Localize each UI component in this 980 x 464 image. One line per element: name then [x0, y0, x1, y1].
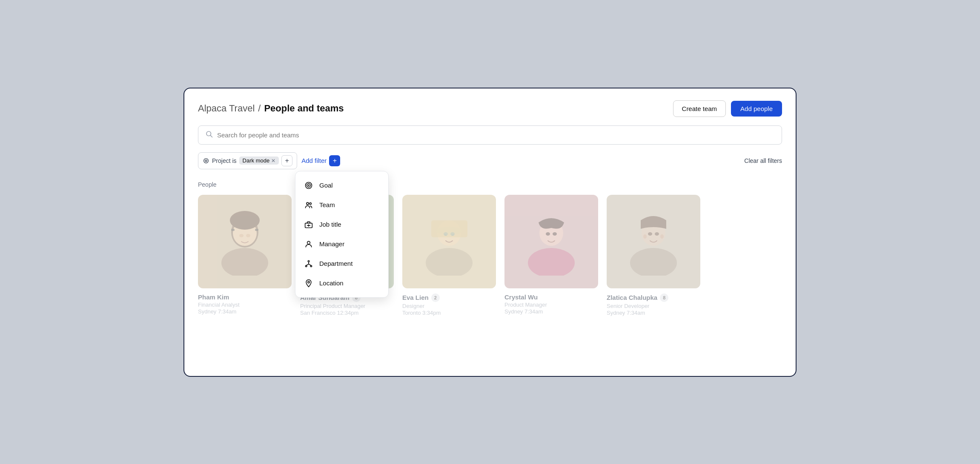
- svg-point-6: [308, 185, 309, 186]
- breadcrumb-parent: Alpaca Travel: [198, 103, 255, 114]
- breadcrumb: Alpaca Travel / People and teams: [198, 103, 344, 114]
- avatar-5: [607, 195, 700, 288]
- filter-bar: Project is Dark mode ✕ + Add filter + Cl…: [198, 152, 782, 169]
- person-badge-3: 2: [431, 293, 440, 302]
- person-role-3: Designer: [402, 303, 424, 309]
- page-title: People and teams: [264, 103, 344, 114]
- filter-dropdown: Goal Team: [295, 171, 389, 298]
- svg-point-42: [553, 232, 557, 236]
- filter-icon: [203, 157, 209, 164]
- person-name-5: Zlatica Chalupka 8: [607, 293, 668, 302]
- dropdown-item-department[interactable]: Department: [295, 254, 388, 273]
- dropdown-item-team[interactable]: Team: [295, 195, 388, 215]
- svg-point-3: [205, 160, 207, 162]
- dropdown-item-goal[interactable]: Goal: [295, 176, 388, 195]
- svg-point-47: [660, 234, 664, 239]
- add-filter-button[interactable]: Add filter +: [301, 155, 340, 166]
- svg-point-45: [648, 232, 652, 236]
- avatar-1: [198, 195, 292, 288]
- add-filter-plus-icon: +: [329, 155, 340, 166]
- location-icon: [304, 279, 313, 288]
- filter-remove-button[interactable]: ✕: [271, 158, 275, 164]
- person-role-2: Principal Product Manager: [300, 303, 365, 309]
- svg-point-8: [309, 202, 311, 204]
- person-badge-5: 8: [660, 293, 668, 302]
- svg-point-19: [308, 281, 309, 283]
- svg-line-1: [210, 135, 212, 137]
- person-name-4: Crystal Wu: [504, 293, 538, 301]
- department-icon: [304, 259, 313, 268]
- svg-rect-24: [255, 229, 258, 231]
- filter-tag-project: Project is Dark mode ✕ +: [198, 152, 297, 169]
- section-label: People: [198, 181, 782, 188]
- dropdown-item-manager[interactable]: Manager: [295, 234, 388, 254]
- add-people-button[interactable]: Add people: [731, 101, 782, 117]
- filter-tag-add-button[interactable]: +: [281, 155, 292, 166]
- filter-project-value: Dark mode ✕: [239, 157, 279, 165]
- person-location-2: San Francisco 12:34pm: [300, 310, 358, 316]
- svg-point-25: [239, 234, 244, 237]
- svg-point-48: [643, 234, 647, 239]
- person-card-1[interactable]: Pham Kim Financial Analyst Sydney 7:34am: [198, 195, 292, 316]
- svg-line-18: [309, 264, 311, 265]
- create-team-button[interactable]: Create team: [673, 100, 726, 117]
- filter-project-label: Project is: [212, 157, 237, 164]
- svg-line-17: [306, 264, 309, 265]
- dropdown-manager-label: Manager: [319, 240, 344, 248]
- svg-point-46: [655, 232, 659, 236]
- svg-point-38: [436, 227, 462, 235]
- avatar-4: [504, 195, 598, 288]
- header-actions: Create team Add people: [673, 100, 782, 117]
- svg-point-33: [426, 248, 473, 276]
- person-card-3[interactable]: Eva Lien 2 Designer Toronto 3:34pm: [402, 195, 496, 316]
- svg-point-41: [546, 232, 550, 236]
- person-role-1: Financial Analyst: [198, 302, 240, 308]
- svg-point-7: [307, 202, 309, 205]
- person-location-5: Sydney 7:34am: [607, 310, 645, 316]
- dropdown-team-label: Team: [319, 201, 335, 208]
- app-window: Alpaca Travel / People and teams Create …: [183, 88, 797, 377]
- svg-point-39: [528, 248, 575, 276]
- person-name-3: Eva Lien 2: [402, 293, 440, 302]
- svg-point-12: [307, 241, 310, 244]
- dropdown-department-label: Department: [319, 260, 352, 267]
- dropdown-item-job-title[interactable]: Job title: [295, 215, 388, 234]
- clear-all-filters-button[interactable]: Clear all filters: [744, 157, 782, 164]
- add-filter-label: Add filter: [301, 157, 327, 164]
- svg-point-2: [204, 158, 209, 163]
- person-location-3: Toronto 3:34pm: [402, 310, 441, 316]
- team-icon: [304, 200, 313, 210]
- person-location-1: Sydney 7:34am: [198, 308, 236, 315]
- svg-point-21: [221, 248, 268, 276]
- person-name-1: Pham Kim: [198, 293, 229, 301]
- svg-point-43: [630, 248, 677, 276]
- briefcase-icon: [304, 220, 313, 229]
- dropdown-jobtitle-label: Job title: [319, 221, 341, 228]
- people-grid: Pham Kim Financial Analyst Sydney 7:34am: [198, 195, 782, 316]
- person-role-4: Product Manager: [504, 302, 547, 308]
- dropdown-item-location[interactable]: Location: [295, 273, 388, 293]
- search-input[interactable]: [217, 131, 775, 139]
- avatar-3: [402, 195, 496, 288]
- person-role-5: Senior Developer: [607, 303, 649, 309]
- search-bar: [198, 125, 782, 145]
- goal-icon: [304, 181, 313, 190]
- svg-point-27: [230, 211, 260, 230]
- person-location-4: Sydney 7:34am: [504, 308, 543, 315]
- header: Alpaca Travel / People and teams Create …: [198, 100, 782, 117]
- svg-rect-23: [231, 229, 235, 231]
- dropdown-goal-label: Goal: [319, 182, 333, 189]
- dropdown-location-label: Location: [319, 279, 344, 287]
- search-icon: [205, 130, 213, 140]
- person-card-4[interactable]: Crystal Wu Product Manager Sydney 7:34am: [504, 195, 598, 316]
- person-icon: [304, 239, 313, 249]
- breadcrumb-sep: /: [258, 103, 261, 114]
- person-card-5[interactable]: Zlatica Chalupka 8 Senior Developer Sydn…: [607, 195, 700, 316]
- svg-point-26: [246, 234, 250, 237]
